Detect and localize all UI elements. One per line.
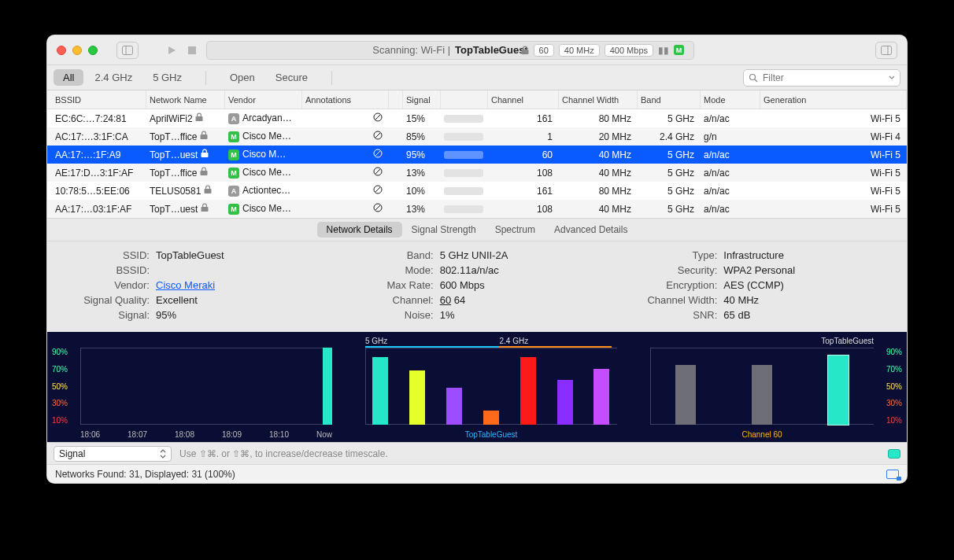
cell-signal-pct: 10% [403,186,441,197]
cell-signal-bar [441,149,488,160]
table-row[interactable]: AE:17:D…3:1F:AFTopT…ffice MCisco Me…13%1… [47,164,907,182]
lbl-channel: Channel: [347,294,434,306]
minimize-window-button[interactable] [72,46,82,55]
vendor-badge-icon: A [228,113,239,124]
table-row[interactable]: AA:17:…:1F:A9TopT…uest MCisco M…95%6040 … [47,146,907,164]
signal-chart: 90%70%50%30%10% 18:0618:0718:0818:0918:1… [47,332,907,442]
chart-bar [372,357,388,425]
col-annot[interactable]: Annotations [302,90,389,109]
vendor-badge-icon: M [228,149,239,160]
val-vendor-link[interactable]: Cisco Meraki [156,279,215,291]
val-ssid: TopTableGuest [156,249,224,261]
cell-bssid: AA:17:…:1F:A9 [52,149,146,160]
search-input[interactable] [761,72,886,84]
cell-channel: 161 [488,186,559,197]
cell-gen: Wi-Fi 5 [760,113,907,124]
pill-width: 40 MHz [559,44,600,57]
cell-width: 40 MHz [559,204,638,215]
cell-gen: Wi-Fi 5 [760,149,907,160]
filter-secure[interactable]: Secure [266,69,317,86]
chart-panel-neighbors: 5 GHz 2.4 GHz TopTableGuest [337,337,617,442]
filter-all[interactable]: All [54,69,83,86]
cell-band: 5 GHz [638,168,701,179]
val-maxrate: 600 Mbps [440,279,485,291]
cell-annot [302,185,389,197]
lbl-bssid: BSSID: [63,264,150,276]
tab-advanced-details[interactable]: Advanced Details [545,222,637,238]
lbl-chwidth: Channel Width: [630,294,717,306]
col-name[interactable]: Network Name [146,90,225,109]
tab-network-details[interactable]: Network Details [317,222,402,238]
col-signal[interactable]: Signal [403,90,441,109]
col-vendor[interactable]: Vendor [225,90,302,109]
tab-spectrum[interactable]: Spectrum [486,222,545,238]
cell-vendor: MCisco Me… [225,167,302,179]
table-row[interactable]: EC:6C:…7:24:81AprilWiFi2 AArcadyan…15%16… [47,109,907,127]
chart2-label: TopTableGuest [465,430,518,439]
y-axis-label: 50% [52,382,68,391]
metric-dropdown[interactable]: Signal [54,446,172,462]
col-gen[interactable]: Generation [760,90,907,109]
cell-name: TopT…uest [146,149,225,160]
chart-panel-history: 90%70%50%30%10% 18:0618:0718:0818:0918:1… [52,337,332,442]
val-type: Infrastructure [723,249,784,261]
chart-bar [520,357,536,425]
search-field[interactable] [743,69,900,87]
security-filter-segment: Open Secure [220,69,317,86]
filter-open[interactable]: Open [220,69,264,86]
lock-icon [204,186,212,197]
cell-signal-pct: 13% [403,204,441,215]
cell-width: 80 MHz [559,113,638,124]
tab-signal-strength[interactable]: Signal Strength [402,222,486,238]
cell-signal-pct: 13% [403,168,441,179]
svg-line-14 [375,169,380,174]
chart-bar [752,365,772,425]
cell-channel: 108 [488,204,559,215]
cell-gen: Wi-Fi 4 [760,131,907,142]
cell-signal-pct: 15% [403,113,441,124]
filter-5ghz[interactable]: 5 GHz [143,69,191,86]
table-row[interactable]: 10:78:5…5:EE:06TELUS0581 AActiontec…10%1… [47,182,907,200]
series-color-chip[interactable] [888,449,900,459]
cell-gen: Wi-Fi 5 [760,168,907,179]
screen-icon[interactable] [886,470,899,479]
zoom-window-button[interactable] [88,46,98,55]
val-chwidth: 40 MHz [723,294,759,306]
svg-line-6 [755,79,757,82]
col-bssid[interactable]: BSSID [52,90,146,109]
col-band[interactable]: Band [638,90,701,109]
y-axis-label: 50% [886,382,902,391]
status-text: Networks Found: 31, Displayed: 31 (100%) [55,469,235,480]
close-window-button[interactable] [57,46,66,55]
wifi-explorer-window: Scanning: Wi-Fi | TopTableGuest 60 40 MH… [46,35,908,484]
cell-signal-pct: 95% [403,149,441,160]
lbl-ssid: SSID: [63,249,150,261]
detail-tabs: Network Details Signal Strength Spectrum… [47,218,907,241]
stop-scan-button[interactable] [186,42,198,59]
chevron-down-icon[interactable] [889,75,895,81]
col-channel[interactable]: Channel [488,90,559,109]
vendor-badge-icon: M [228,168,239,179]
filter-24ghz[interactable]: 2.4 GHz [85,69,142,86]
svg-rect-2 [188,46,196,54]
lock-icon [195,113,203,124]
cell-width: 40 MHz [559,168,638,179]
table-header: BSSID Network Name Vendor Annotations Si… [47,90,907,109]
table-row[interactable]: AC:17:…3:1F:CATopT…ffice MCisco Me…85%12… [47,127,907,146]
col-width[interactable]: Channel Width [559,90,638,109]
y-axis-label: 70% [52,365,68,374]
metric-dropdown-value: Signal [59,448,85,459]
timescale-hint: Use ⇧⌘. or ⇧⌘, to increase/decrease time… [179,448,388,459]
band-filter-segment: All 2.4 GHz 5 GHz [54,69,191,86]
cell-mode: a/n/ac [701,186,760,197]
sidebar-toggle-button[interactable] [116,42,139,59]
chart-bar [446,388,462,425]
y-axis-label: 10% [886,416,902,425]
col-mode[interactable]: Mode [701,90,760,109]
view-mode-button[interactable] [875,42,897,59]
play-scan-button[interactable] [165,42,178,59]
status-bar: Networks Found: 31, Displayed: 31 (100%) [47,464,907,483]
svg-rect-0 [123,46,133,54]
val-security: WPA2 Personal [723,264,795,276]
table-row[interactable]: AA:17:…03:1F:AFTopT…uest MCisco Me…13%10… [47,200,907,218]
